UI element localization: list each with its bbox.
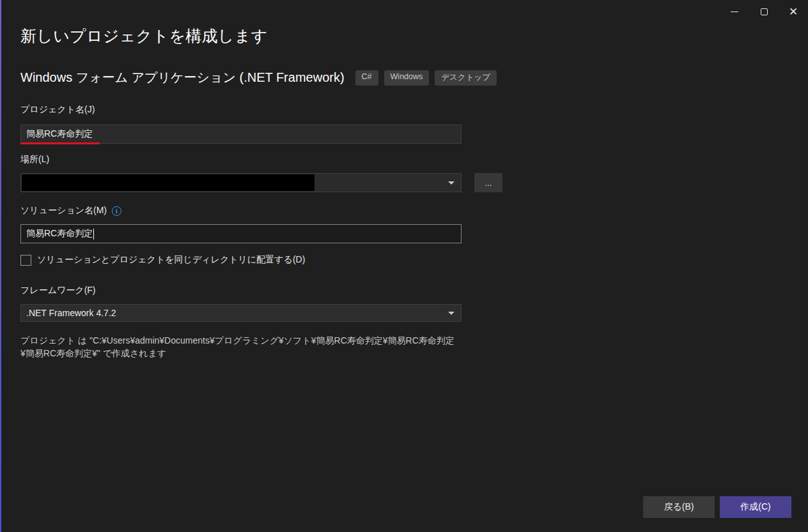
- chevron-down-icon: [448, 181, 454, 185]
- project-name-label: プロジェクト名(J): [20, 104, 95, 116]
- maximize-icon: [761, 8, 768, 15]
- info-icon[interactable]: i: [112, 206, 121, 216]
- framework-label: フレームワーク(F): [20, 285, 96, 296]
- close-button[interactable]: ✕: [779, 0, 808, 23]
- footer: 戻る(B) 作成(C): [643, 496, 791, 518]
- redacted-location-value: [22, 174, 315, 191]
- project-name-input[interactable]: 簡易RC寿命判定: [20, 125, 462, 144]
- template-name: Windows フォーム アプリケーション (.NET Framework): [20, 69, 345, 86]
- location-combobox[interactable]: [20, 173, 462, 192]
- framework-value: .NET Framework 4.7.2: [26, 308, 116, 318]
- same-directory-checkbox[interactable]: [20, 255, 31, 266]
- tag-language: C#: [355, 70, 378, 86]
- tag-platform: Windows: [384, 70, 430, 86]
- output-path-note: プロジェクト は "C:¥Users¥admin¥Documents¥プログラミ…: [20, 334, 463, 360]
- browse-button[interactable]: ...: [474, 173, 502, 192]
- maximize-button[interactable]: [749, 0, 779, 23]
- solution-name-value: 簡易RC寿命判定: [26, 228, 93, 239]
- solution-name-label: ソリューション名(M): [20, 205, 107, 217]
- framework-dropdown[interactable]: .NET Framework 4.7.2: [20, 304, 462, 322]
- same-directory-label: ソリューションとプロジェクトを同じディレクトリに配置する(D): [37, 254, 305, 266]
- same-directory-row: ソリューションとプロジェクトを同じディレクトリに配置する(D): [20, 254, 305, 266]
- location-label: 場所(L): [20, 154, 49, 165]
- solution-name-input[interactable]: 簡易RC寿命判定: [20, 224, 462, 243]
- location-dropdown-toggle[interactable]: [442, 174, 461, 192]
- template-tags: C# Windows デスクトップ: [355, 70, 497, 86]
- create-button[interactable]: 作成(C): [720, 496, 791, 518]
- error-underline: [20, 142, 100, 144]
- dialog-title: 新しいプロジェクトを構成します: [20, 26, 268, 47]
- window-controls: ✕: [720, 0, 808, 23]
- chevron-down-icon: [448, 312, 454, 315]
- framework-dropdown-toggle[interactable]: [442, 305, 461, 321]
- tag-project-type: デスクトップ: [435, 70, 497, 86]
- project-name-value: 簡易RC寿命判定: [26, 128, 93, 140]
- text-caret: [93, 229, 94, 239]
- titlebar: ✕: [0, 0, 808, 23]
- minimize-button[interactable]: [720, 0, 749, 23]
- window-accent-border: [0, 0, 1, 532]
- solution-name-label-row: ソリューション名(M) i: [20, 205, 121, 217]
- template-header: Windows フォーム アプリケーション (.NET Framework) C…: [20, 69, 497, 86]
- close-icon: ✕: [789, 6, 798, 17]
- back-button[interactable]: 戻る(B): [643, 496, 715, 518]
- minimize-icon: [731, 11, 738, 12]
